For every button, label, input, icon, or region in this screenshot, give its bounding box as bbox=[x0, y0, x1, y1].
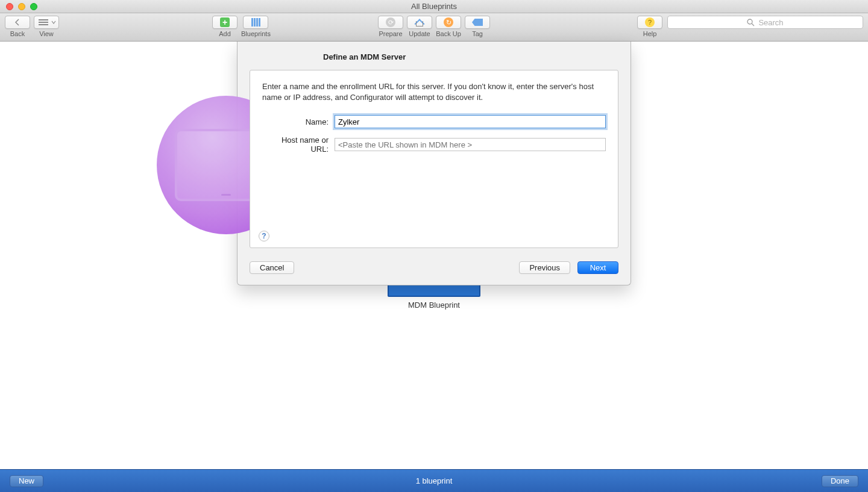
sheet-description: Enter a name and the enrollment URL for … bbox=[262, 81, 606, 103]
titlebar: All Blueprints bbox=[0, 0, 868, 13]
view-label: View bbox=[39, 30, 54, 37]
sheet-title: Define an MDM Server bbox=[250, 52, 618, 61]
chevron-down-icon bbox=[51, 20, 56, 25]
chevron-left-icon bbox=[14, 19, 21, 26]
help-button[interactable]: ? bbox=[637, 16, 662, 29]
tag-label: Tag bbox=[472, 30, 483, 37]
blueprints-icon bbox=[251, 18, 260, 26]
status-text: 1 blueprint bbox=[0, 476, 868, 485]
svg-point-0 bbox=[747, 19, 752, 24]
window-title: All Blueprints bbox=[0, 2, 868, 11]
close-window-button[interactable] bbox=[6, 3, 13, 10]
search-input[interactable]: Search bbox=[667, 16, 863, 29]
done-button[interactable]: Done bbox=[822, 475, 858, 487]
traffic-lights bbox=[0, 3, 37, 10]
list-icon bbox=[37, 19, 49, 25]
toolbar: Back View + Add Blueprints bbox=[0, 13, 868, 42]
blueprints-label: Blueprints bbox=[241, 30, 271, 37]
backup-icon: ↻ bbox=[444, 17, 453, 27]
prepare-button[interactable]: ⟳ bbox=[378, 16, 403, 29]
tag-icon bbox=[472, 19, 483, 26]
add-label: Add bbox=[219, 30, 231, 37]
next-button[interactable]: Next bbox=[577, 261, 618, 274]
help-label: Help bbox=[643, 30, 657, 37]
svg-line-1 bbox=[752, 23, 754, 26]
backup-button[interactable]: ↻ bbox=[436, 16, 461, 29]
prepare-icon: ⟳ bbox=[386, 17, 395, 27]
mdm-server-sheet: Define an MDM Server Enter a name and th… bbox=[237, 42, 631, 285]
view-button[interactable] bbox=[34, 16, 59, 29]
bottom-bar: New 1 blueprint Done bbox=[0, 469, 868, 492]
search-placeholder: Search bbox=[758, 18, 783, 27]
url-label: Host name or URL: bbox=[262, 135, 335, 154]
back-label: Back bbox=[10, 30, 25, 37]
zoom-window-button[interactable] bbox=[30, 3, 37, 10]
sheet-footer: Cancel Previous Next bbox=[237, 255, 631, 285]
url-input[interactable] bbox=[335, 138, 606, 151]
backup-label: Back Up bbox=[436, 30, 461, 37]
name-input[interactable] bbox=[335, 115, 606, 128]
sheet-inner: Enter a name and the enrollment URL for … bbox=[250, 70, 618, 248]
prepare-label: Prepare bbox=[379, 30, 402, 37]
tag-button[interactable] bbox=[465, 16, 490, 29]
back-button[interactable] bbox=[5, 16, 30, 29]
add-button[interactable]: + bbox=[212, 16, 237, 29]
previous-button[interactable]: Previous bbox=[519, 261, 570, 274]
plus-icon: + bbox=[220, 17, 230, 27]
search-icon bbox=[747, 19, 755, 26]
sheet-help-button[interactable]: ? bbox=[259, 231, 269, 241]
content-area: MDM Blueprint Define an MDM Server Enter… bbox=[0, 42, 868, 492]
help-icon: ? bbox=[645, 17, 655, 27]
blueprints-button[interactable] bbox=[243, 16, 268, 29]
new-button[interactable]: New bbox=[10, 475, 43, 487]
blueprint-label: MDM Blueprint bbox=[408, 300, 460, 310]
cancel-button[interactable]: Cancel bbox=[250, 261, 294, 274]
update-label: Update bbox=[409, 30, 430, 37]
minimize-window-button[interactable] bbox=[18, 3, 25, 10]
name-label: Name: bbox=[262, 117, 335, 126]
update-button[interactable] bbox=[407, 16, 432, 29]
